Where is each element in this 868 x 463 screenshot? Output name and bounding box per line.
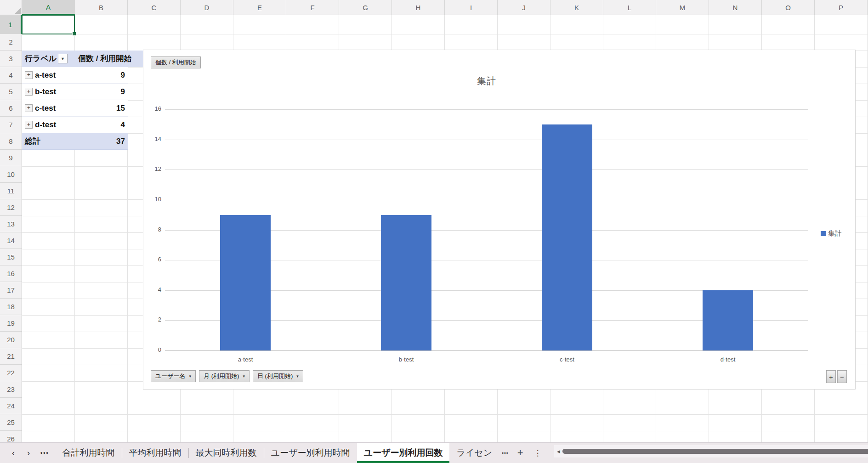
row-header-7[interactable]: 7 <box>0 117 22 133</box>
truncated-tab-overflow-icon[interactable]: ••• <box>502 443 509 463</box>
sheet-tabs: 合計利用時間平均利用時間最大同時利用数ユーザー別利用時間ユーザー別利用回数ライセ… <box>56 443 499 463</box>
row-header-1[interactable]: 1 <box>0 15 22 34</box>
chart-zoom-out-button[interactable]: − <box>837 370 847 383</box>
row-header-15[interactable]: 15 <box>0 249 22 265</box>
row-header-5[interactable]: 5 <box>0 84 22 100</box>
pivot-row-value: 9 <box>121 71 125 80</box>
row-header-16[interactable]: 16 <box>0 265 22 282</box>
column-header-H[interactable]: H <box>392 0 445 15</box>
row-header-14[interactable]: 14 <box>0 232 22 249</box>
row-header-13[interactable]: 13 <box>0 216 22 232</box>
pivot-row-value: 9 <box>121 87 125 96</box>
row-header-4[interactable]: 4 <box>0 67 22 84</box>
row-header-26[interactable]: 26 <box>0 431 22 442</box>
expand-button-d-test[interactable]: + <box>25 121 33 129</box>
dropdown-caret-icon: ▾ <box>243 374 245 378</box>
axis-field-button-月 (利用開始)[interactable]: 月 (利用開始)▾ <box>199 370 250 382</box>
axis-field-button-ユーザー名[interactable]: ユーザー名▾ <box>151 370 196 382</box>
column-header-I[interactable]: I <box>445 0 498 15</box>
sheet-tab-ユーザー別利用時間[interactable]: ユーザー別利用時間 <box>264 443 357 463</box>
x-axis-label-b-test: b-test <box>374 356 438 363</box>
sheet-tab-ユーザー別利用回数[interactable]: ユーザー別利用回数 <box>357 443 450 463</box>
pivot-row-c-test[interactable]: +c-test15 <box>22 100 128 117</box>
row-header-19[interactable]: 19 <box>0 315 22 332</box>
row-header-12[interactable]: 12 <box>0 199 22 216</box>
row-header-25[interactable]: 25 <box>0 414 22 431</box>
row-header-18[interactable]: 18 <box>0 299 22 315</box>
axis-field-label: 月 (利用開始) <box>204 372 239 380</box>
bar-a-test[interactable] <box>220 215 271 350</box>
bar-c-test[interactable] <box>542 124 592 350</box>
sheet-tab-平均利用時間[interactable]: 平均利用時間 <box>122 443 188 463</box>
column-header-O[interactable]: O <box>762 0 815 15</box>
expand-button-c-test[interactable]: + <box>25 104 33 112</box>
pivot-row-d-test[interactable]: +d-test4 <box>22 117 128 133</box>
pivot-filter-dropdown[interactable]: ▼ <box>58 54 68 63</box>
dropdown-caret-icon: ▾ <box>189 374 192 378</box>
x-axis-label-c-test: c-test <box>535 356 599 363</box>
column-header-K[interactable]: K <box>550 0 603 15</box>
bar-b-test[interactable] <box>381 215 431 350</box>
horizontal-scrollbar[interactable]: ◀ <box>554 445 868 457</box>
sheet-tab-ライセン[interactable]: ライセン <box>449 443 499 463</box>
chart-axis-field-buttons: ユーザー名▾月 (利用開始)▾日 (利用開始)▾ <box>151 370 303 382</box>
row-header-8[interactable]: 8 <box>0 133 22 150</box>
row-header-22[interactable]: 22 <box>0 365 22 381</box>
sheet-menu-kebab-icon[interactable]: ⋮ <box>529 443 546 463</box>
column-header-M[interactable]: M <box>656 0 709 15</box>
column-header-N[interactable]: N <box>709 0 762 15</box>
y-axis-label-2: 2 <box>146 316 161 323</box>
legend-swatch-icon <box>821 231 826 236</box>
sheet-tab-最大同時利用数[interactable]: 最大同時利用数 <box>189 443 264 463</box>
chart-legend[interactable]: 集計 <box>821 229 842 238</box>
row-header-2[interactable]: 2 <box>0 34 22 51</box>
pivot-row-a-test[interactable]: +a-test9 <box>22 67 128 84</box>
chart-gridline-16 <box>165 109 808 110</box>
row-header-17[interactable]: 17 <box>0 282 22 299</box>
row-header-9[interactable]: 9 <box>0 150 22 166</box>
filter-caret-icon: ▼ <box>61 56 65 61</box>
scrollbar-left-arrow-icon[interactable]: ◀ <box>557 449 560 454</box>
column-header-G[interactable]: G <box>339 0 392 15</box>
row-header-24[interactable]: 24 <box>0 398 22 414</box>
column-header-D[interactable]: D <box>181 0 233 15</box>
row-header-20[interactable]: 20 <box>0 332 22 348</box>
y-axis-label-6: 6 <box>146 256 161 263</box>
selected-cell-outline[interactable] <box>22 15 75 34</box>
row-header-6[interactable]: 6 <box>0 100 22 117</box>
expand-button-a-test[interactable]: + <box>25 71 33 79</box>
sheet-tab-合計利用時間[interactable]: 合計利用時間 <box>56 443 122 463</box>
scrollbar-thumb[interactable] <box>562 449 868 454</box>
column-header-F[interactable]: F <box>286 0 339 15</box>
row-header-23[interactable]: 23 <box>0 381 22 398</box>
column-header-C[interactable]: C <box>128 0 181 15</box>
column-header-B[interactable]: B <box>75 0 128 15</box>
axis-field-button-日 (利用開始)[interactable]: 日 (利用開始)▾ <box>253 370 303 382</box>
chart-zoom-in-button[interactable]: + <box>826 370 836 383</box>
column-header-P[interactable]: P <box>815 0 868 15</box>
pivot-grand-total-row[interactable]: 総計37 <box>22 133 128 150</box>
row-header-3[interactable]: 3 <box>0 51 22 67</box>
chart-value-field-button[interactable]: 個数 / 利用開始 <box>151 56 201 68</box>
column-header-E[interactable]: E <box>233 0 286 15</box>
sheet-nav-next-button[interactable]: › <box>23 443 34 463</box>
bar-d-test[interactable] <box>703 290 753 350</box>
sheet-tab-overflow-icon[interactable]: ••• <box>40 443 49 463</box>
pivot-chart[interactable]: 個数 / 利用開始 集計 集計 ユーザー名▾月 (利用開始)▾日 (利用開始)▾… <box>143 50 856 390</box>
row-header-11[interactable]: 11 <box>0 183 22 199</box>
pivot-row-value: 15 <box>116 104 125 113</box>
expand-button-b-test[interactable]: + <box>25 88 33 96</box>
column-header-A[interactable]: A <box>22 0 75 15</box>
row-header-21[interactable]: 21 <box>0 348 22 365</box>
chart-x-axis-line <box>165 350 808 351</box>
pivot-row-label: c-test <box>35 104 56 113</box>
select-all-box[interactable] <box>0 0 22 15</box>
sheet-nav-prev-button[interactable]: ‹ <box>8 443 19 463</box>
pivot-row-b-test[interactable]: +b-test9 <box>22 84 128 100</box>
fill-handle[interactable] <box>72 32 76 36</box>
row-header-10[interactable]: 10 <box>0 166 22 183</box>
column-header-J[interactable]: J <box>498 0 550 15</box>
chart-title[interactable]: 集計 <box>165 75 808 87</box>
column-header-L[interactable]: L <box>603 0 656 15</box>
add-sheet-button[interactable]: + <box>511 443 529 463</box>
